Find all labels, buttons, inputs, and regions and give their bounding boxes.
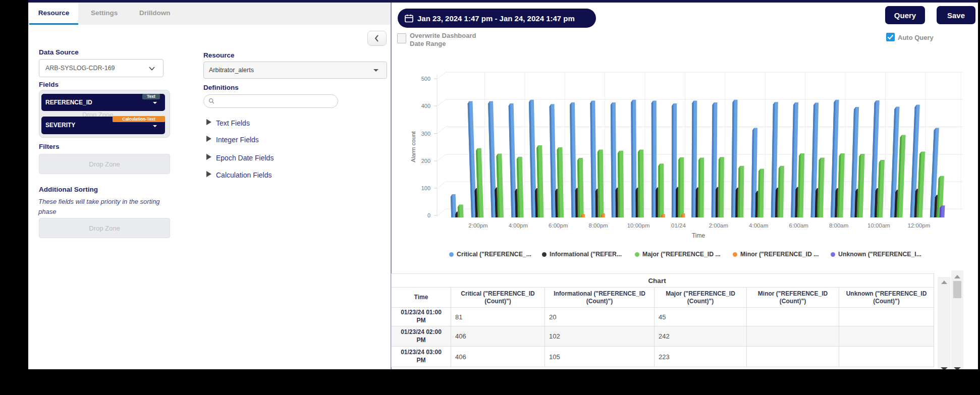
svg-text:2:00pm: 2:00pm: [468, 222, 487, 229]
svg-text:Alarm count: Alarm count: [410, 131, 416, 162]
svg-text:10:00am: 10:00am: [867, 222, 890, 229]
svg-text:8:00am: 8:00am: [829, 222, 848, 229]
svg-text:10:00pm: 10:00pm: [627, 222, 650, 229]
svg-text:0: 0: [427, 212, 430, 218]
svg-text:4:00am: 4:00am: [749, 222, 768, 229]
svg-text:500: 500: [421, 76, 430, 82]
svg-text:4:00pm: 4:00pm: [509, 222, 528, 229]
svg-text:6:00am: 6:00am: [789, 222, 808, 229]
svg-text:01/24: 01/24: [671, 222, 686, 229]
svg-text:300: 300: [421, 131, 430, 137]
svg-text:12:00pm: 12:00pm: [908, 222, 931, 229]
svg-text:200: 200: [421, 158, 430, 164]
svg-text:400: 400: [421, 103, 430, 109]
svg-text:Time: Time: [692, 232, 705, 239]
svg-text:100: 100: [421, 185, 430, 191]
svg-text:2:00am: 2:00am: [709, 222, 728, 229]
svg-text:6:00pm: 6:00pm: [549, 222, 568, 229]
svg-text:8:00pm: 8:00pm: [589, 222, 608, 229]
